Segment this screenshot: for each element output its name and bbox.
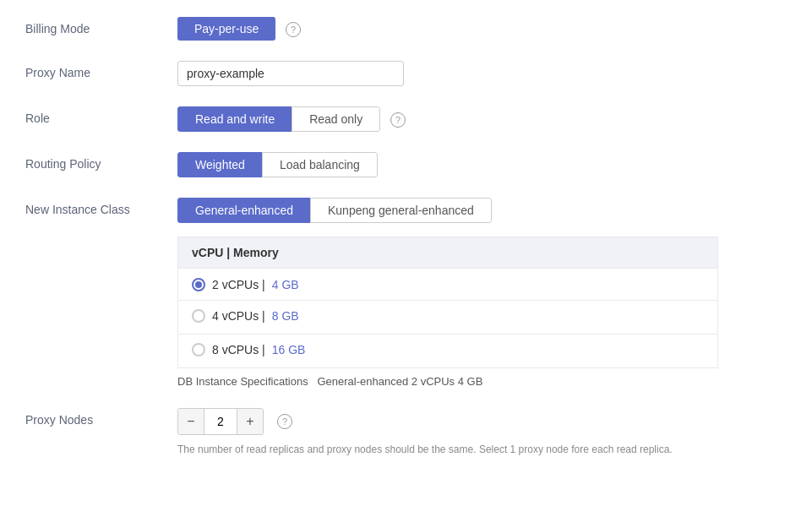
- instance-class-toggle-group: General-enhanced Kunpeng general-enhance…: [177, 198, 492, 223]
- proxy-nodes-label: Proxy Nodes: [25, 408, 177, 427]
- proxy-nodes-help-icon[interactable]: ?: [277, 414, 292, 429]
- spec-1-vcpu: 2 vCPUs |: [212, 278, 265, 291]
- routing-policy-row: Routing Policy Weighted Load balancing: [25, 152, 787, 177]
- spec-2-memory: 8 GB: [272, 309, 299, 323]
- radio-indicator-1: [192, 278, 205, 291]
- proxy-name-label: Proxy Name: [25, 61, 177, 79]
- proxy-name-control: [177, 61, 787, 86]
- role-label: Role: [25, 106, 177, 125]
- role-read-write-button[interactable]: Read and write: [177, 106, 292, 132]
- role-read-only-button[interactable]: Read only: [292, 106, 380, 132]
- table-row[interactable]: 8 vCPUs | 16 GB: [178, 335, 718, 368]
- spec-3-memory: 16 GB: [272, 343, 306, 356]
- billing-help-icon[interactable]: ?: [286, 22, 301, 37]
- spec-row-2-cell: 4 vCPUs | 8 GB: [178, 301, 718, 335]
- spec-row-3-cell: 8 vCPUs | 16 GB: [178, 335, 718, 368]
- proxy-nodes-hint: The number of read replicas and proxy no…: [177, 442, 701, 457]
- routing-policy-control: Weighted Load balancing: [177, 152, 787, 177]
- routing-load-balancing-button[interactable]: Load balancing: [262, 152, 378, 177]
- db-specs-label: DB Instance Specifications: [177, 375, 308, 388]
- kunpeng-button[interactable]: Kunpeng general-enhanced: [310, 198, 492, 223]
- spec-2-vcpu: 4 vCPUs |: [212, 309, 265, 323]
- proxy-name-row: Proxy Name: [25, 61, 787, 86]
- proxy-nodes-decrement-button[interactable]: −: [178, 409, 204, 434]
- spec-radio-2[interactable]: 4 vCPUs | 8 GB: [192, 309, 299, 323]
- spec-row-1-cell: 2 vCPUs | 4 GB: [178, 269, 718, 301]
- billing-mode-label: Billing Mode: [25, 17, 177, 35]
- role-toggle-group: Read and write Read only: [177, 106, 380, 132]
- routing-weighted-button[interactable]: Weighted: [177, 152, 262, 177]
- spec-table-header: vCPU | Memory: [178, 237, 718, 269]
- proxy-nodes-control: − + ? The number of read replicas and pr…: [177, 408, 787, 457]
- table-row[interactable]: 4 vCPUs | 8 GB: [178, 301, 718, 335]
- instance-class-label: New Instance Class: [25, 198, 177, 216]
- role-row: Role Read and write Read only ?: [25, 106, 787, 132]
- radio-indicator-3: [192, 343, 205, 356]
- spec-1-memory: 4 GB: [272, 278, 299, 291]
- proxy-nodes-input[interactable]: [204, 409, 237, 434]
- radio-indicator-2: [192, 309, 205, 323]
- spec-3-vcpu: 8 vCPUs |: [212, 343, 265, 356]
- proxy-nodes-increment-button[interactable]: +: [237, 409, 263, 434]
- instance-class-row: New Instance Class General-enhanced Kunp…: [25, 198, 787, 388]
- spec-radio-1[interactable]: 2 vCPUs | 4 GB: [192, 278, 299, 291]
- billing-mode-control: Pay-per-use ?: [177, 17, 787, 41]
- proxy-nodes-stepper: − +: [177, 408, 264, 435]
- db-instance-specs: DB Instance Specifications General-enhan…: [177, 375, 787, 388]
- routing-policy-label: Routing Policy: [25, 152, 177, 171]
- role-help-icon[interactable]: ?: [390, 112, 406, 128]
- proxy-nodes-row: Proxy Nodes − + ? The number of read rep…: [25, 408, 787, 457]
- proxy-name-input[interactable]: [177, 61, 404, 86]
- spec-table: vCPU | Memory 2 vCPUs | 4 GB: [177, 237, 718, 368]
- pay-per-use-button[interactable]: Pay-per-use: [177, 17, 275, 41]
- role-control: Read and write Read only ?: [177, 106, 787, 132]
- spec-radio-3[interactable]: 8 vCPUs | 16 GB: [192, 343, 305, 356]
- table-row[interactable]: 2 vCPUs | 4 GB: [178, 269, 718, 301]
- db-specs-value: General-enhanced 2 vCPUs 4 GB: [317, 375, 482, 388]
- routing-policy-toggle-group: Weighted Load balancing: [177, 152, 378, 177]
- general-enhanced-button[interactable]: General-enhanced: [177, 198, 310, 223]
- billing-mode-row: Billing Mode Pay-per-use ?: [25, 17, 787, 41]
- instance-class-control: General-enhanced Kunpeng general-enhance…: [177, 198, 787, 388]
